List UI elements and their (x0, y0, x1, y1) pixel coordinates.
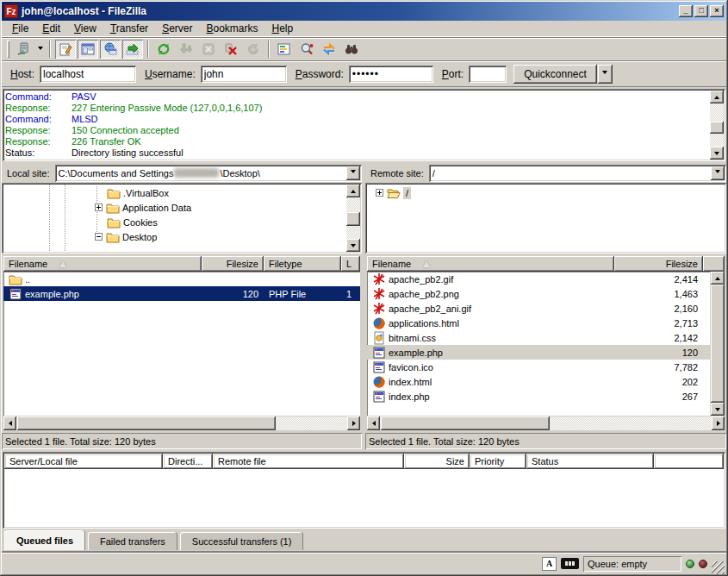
queue-column-remote-file[interactable]: Remote file (213, 454, 404, 469)
cancel-button[interactable] (198, 40, 219, 59)
local-horizontal-scrollbar[interactable] (3, 416, 360, 430)
menu-help[interactable]: Help (265, 21, 301, 36)
title-bar: Fz john@localhost - FileZilla _ □ × (2, 2, 726, 21)
remote-site-combo[interactable]: / (429, 165, 726, 182)
transfer-type-ascii-icon[interactable]: A (542, 557, 557, 571)
collapse-icon[interactable] (95, 233, 103, 241)
local-site-combo-arrow[interactable] (346, 166, 360, 180)
find-files-button[interactable] (341, 40, 362, 59)
menu-transfer[interactable]: Transfer (103, 21, 155, 36)
remote-site-label: Remote site: (365, 165, 429, 182)
toggle-queue-button[interactable] (122, 40, 143, 59)
menu-file[interactable]: File (5, 21, 35, 36)
queue-column-priority[interactable]: Priority (470, 454, 526, 469)
remote-row[interactable]: index.html 202 (367, 374, 710, 389)
php-file-icon (372, 390, 386, 404)
remote-file-list: apache_pb2.gif 2,414 apache_pb2.png 1,46… (367, 272, 710, 416)
close-button[interactable]: × (710, 5, 724, 17)
refresh-button[interactable] (153, 40, 174, 59)
resize-grip[interactable] (712, 561, 725, 574)
toggle-log-button[interactable] (55, 40, 76, 59)
queue-column-status[interactable]: Status (526, 454, 654, 469)
password-input[interactable] (349, 66, 433, 83)
tree-item-root[interactable]: / (367, 185, 725, 200)
menu-view[interactable]: View (67, 21, 103, 36)
tree-item-application-data[interactable]: Application Data (3, 200, 345, 215)
directory-comparison-button[interactable] (296, 40, 317, 59)
quickconnect-button[interactable]: Quickconnect (513, 65, 597, 84)
expand-icon[interactable] (95, 203, 103, 211)
transfer-queue: Server/Local file Directi... Remote file… (3, 452, 725, 529)
site-manager-button[interactable] (13, 40, 34, 59)
binoculars-icon (345, 42, 358, 56)
column-header-filesize[interactable]: Filesize (202, 256, 264, 272)
menu-bookmarks[interactable]: Bookmarks (199, 21, 264, 36)
column-header-filetype[interactable]: Filetype (264, 256, 341, 272)
tab-successful-transfers[interactable]: Successful transfers (1) (180, 532, 304, 550)
tree-item-virtualbox[interactable]: .VirtualBox (3, 185, 345, 200)
menu-server[interactable]: Server (155, 21, 199, 36)
log-scrollbar[interactable] (710, 91, 724, 160)
disconnect-button[interactable] (221, 40, 241, 59)
port-input[interactable] (469, 66, 507, 83)
synchronized-browsing-button[interactable] (319, 40, 339, 59)
log-entry: Response:226 Transfer OK (5, 136, 708, 147)
local-tree-scrollbar[interactable] (346, 185, 360, 252)
menu-edit[interactable]: Edit (35, 21, 67, 36)
column-header-lastmodified[interactable]: L (341, 256, 360, 272)
tab-failed-transfers[interactable]: Failed transfers (88, 532, 177, 550)
queue-column-server-local[interactable]: Server/Local file (4, 454, 163, 469)
sort-ascending-icon (423, 261, 430, 267)
column-header-filename[interactable]: Filename (3, 256, 202, 272)
expand-icon[interactable] (376, 189, 383, 197)
maximize-button[interactable]: □ (694, 5, 708, 17)
column-header-filesize[interactable]: Filesize (614, 256, 703, 272)
process-queue-icon (179, 42, 193, 56)
local-panel: Local site: C:\Documents and Settings\De… (2, 164, 362, 450)
remote-row[interactable]: favicon.ico 7,782 (367, 360, 710, 374)
column-header-spacer (703, 256, 725, 272)
remote-row-example-php[interactable]: example.php 120 (367, 345, 710, 360)
tree-item-cookies[interactable]: Cookies (3, 215, 345, 229)
filter-button[interactable] (274, 40, 295, 59)
username-input[interactable] (201, 66, 287, 83)
column-header-filename[interactable]: Filename (367, 256, 614, 272)
toggle-local-tree-button[interactable] (78, 40, 98, 59)
css-file-icon (372, 331, 386, 345)
remote-row[interactable]: applications.html 2,713 (367, 316, 710, 330)
image-file-icon (372, 272, 386, 286)
site-manager-dropdown[interactable] (34, 40, 46, 59)
image-file-icon (372, 302, 386, 316)
local-site-combo[interactable]: C:\Documents and Settings\Desktop\ (55, 165, 362, 182)
quickconnect-dropdown[interactable] (598, 65, 613, 84)
minimize-button[interactable]: _ (679, 5, 693, 17)
toolbar-separator (49, 41, 51, 58)
remote-row[interactable]: apache_pb2.gif 2,414 (367, 272, 710, 286)
local-list-header: Filename Filesize Filetype L (3, 256, 360, 272)
remote-row[interactable]: apache_pb2_ani.gif 2,160 (367, 301, 710, 316)
synchronized-browsing-icon (322, 42, 336, 56)
open-folder-icon (387, 186, 401, 200)
reconnect-button[interactable] (243, 40, 264, 59)
speed-limits-icon[interactable] (561, 558, 579, 569)
log-entry: Response:227 Entering Passive Mode (127,… (5, 103, 708, 114)
local-directory-tree: .VirtualBox Application Data Cookies Des… (2, 183, 362, 254)
remote-row[interactable]: apache_pb2.png 1,463 (367, 286, 710, 301)
tab-queued-files[interactable]: Queued files (4, 530, 85, 550)
process-queue-button[interactable] (176, 40, 196, 59)
remote-site-combo-arrow[interactable] (711, 166, 725, 180)
local-row-example-php[interactable]: example.php 120 PHP File 1 (3, 286, 360, 301)
remote-horizontal-scrollbar[interactable] (367, 416, 725, 430)
remote-tree-icon (103, 42, 117, 56)
remote-row[interactable]: bitnami.css 2,142 (367, 330, 710, 345)
remote-row[interactable]: index.php 267 (367, 389, 710, 404)
local-row-parent-dir[interactable]: .. (3, 272, 360, 286)
remote-vertical-scrollbar[interactable] (711, 272, 725, 416)
queue-column-direction[interactable]: Directi... (163, 454, 213, 469)
queue-column-size[interactable]: Size (404, 454, 470, 469)
tree-item-desktop[interactable]: Desktop (3, 229, 345, 244)
toggle-remote-tree-button[interactable] (100, 40, 121, 59)
toolbar-grip[interactable] (7, 41, 9, 58)
html-file-icon (372, 316, 386, 330)
host-input[interactable] (40, 66, 136, 83)
